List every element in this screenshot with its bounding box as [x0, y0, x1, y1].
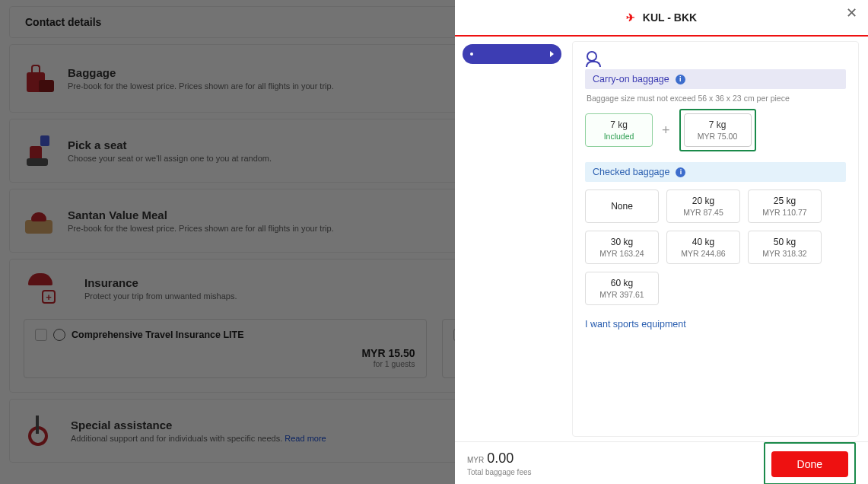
checked-option-20kg[interactable]: 20 kgMYR 87.45: [666, 189, 740, 223]
globe-icon: [53, 329, 65, 341]
insurance-card-lite[interactable]: Comprehensive Travel Insurance LITE MYR …: [24, 319, 427, 378]
baggage-title: Baggage: [68, 66, 334, 79]
plus-icon: +: [662, 123, 670, 139]
insurance-title: Insurance: [84, 276, 237, 289]
seat-sub: Choose your seat or we'll assign one to …: [68, 154, 272, 163]
highlight-done: Done: [764, 442, 856, 485]
carry-option-7kg-paid[interactable]: 7 kg MYR 75.00: [684, 113, 752, 147]
meal-icon: [24, 208, 54, 234]
seat-title: Pick a seat: [68, 139, 272, 151]
person-icon: [587, 51, 597, 62]
read-more-link[interactable]: Read more: [285, 434, 326, 443]
wheelchair-icon: [24, 416, 57, 446]
carry-on-header: Carry-on baggage i: [585, 69, 846, 89]
meal-sub: Pre-book for the lowest price. Prices sh…: [68, 224, 334, 233]
drawer-footer: MYR0.00 Total baggage fees Done: [455, 441, 868, 484]
checked-baggage-header: Checked baggage i: [585, 162, 846, 182]
assistance-title: Special assistance: [71, 419, 326, 431]
carry-option-included[interactable]: 7 kg Included: [585, 113, 653, 147]
total-value: 0.00: [487, 451, 513, 466]
chevron-right-icon: [550, 51, 554, 57]
total-currency: MYR: [467, 456, 484, 464]
passenger-pill[interactable]: [463, 44, 561, 64]
carry-size-note: Baggage size must not exceed 56 x 36 x 2…: [587, 94, 846, 103]
contact-title: Contact details: [25, 16, 101, 28]
baggage-sub: Pre-book for the lowest price. Prices sh…: [68, 81, 334, 91]
info-icon[interactable]: i: [676, 167, 685, 177]
insurance-icon: +: [24, 273, 57, 304]
insurance-lite-price: MYR 15.50: [361, 347, 415, 359]
route-text: KUL - BKK: [643, 11, 697, 24]
insurance-lite-per: for 1 guests: [361, 359, 415, 368]
meal-title: Santan Value Meal: [68, 209, 334, 221]
route-header: ✈ KUL - BKK: [455, 0, 868, 37]
checked-option-25kg[interactable]: 25 kgMYR 110.77: [748, 189, 822, 223]
baggage-icon: [24, 65, 54, 92]
checked-option-none[interactable]: None: [585, 189, 659, 223]
checkbox[interactable]: [35, 329, 47, 341]
total-label: Total baggage fees: [467, 468, 532, 476]
sports-equipment-link[interactable]: I want sports equipment: [585, 319, 846, 330]
plane-icon: ✈: [626, 11, 635, 24]
checked-option-40kg[interactable]: 40 kgMYR 244.86: [666, 231, 740, 264]
checked-option-30kg[interactable]: 30 kgMYR 163.24: [585, 231, 659, 264]
checked-option-50kg[interactable]: 50 kgMYR 318.32: [748, 231, 822, 264]
seat-icon: [24, 135, 54, 166]
baggage-panel: Carry-on baggage i Baggage size must not…: [572, 41, 859, 437]
baggage-drawer: ✕ ✈ KUL - BKK Carry-on baggage i Baggage…: [455, 0, 868, 484]
assistance-sub: Additional support and for individuals w…: [71, 434, 326, 443]
highlight-7kg-paid: 7 kg MYR 75.00: [679, 109, 756, 151]
checked-option-60kg[interactable]: 60 kgMYR 397.61: [585, 272, 659, 305]
close-icon[interactable]: ✕: [846, 5, 857, 21]
info-icon[interactable]: i: [676, 75, 685, 84]
insurance-sub: Protect your trip from unwanted mishaps.: [84, 291, 237, 301]
insurance-lite-name: Comprehensive Travel Insurance LITE: [72, 330, 243, 340]
done-button[interactable]: Done: [771, 451, 848, 477]
